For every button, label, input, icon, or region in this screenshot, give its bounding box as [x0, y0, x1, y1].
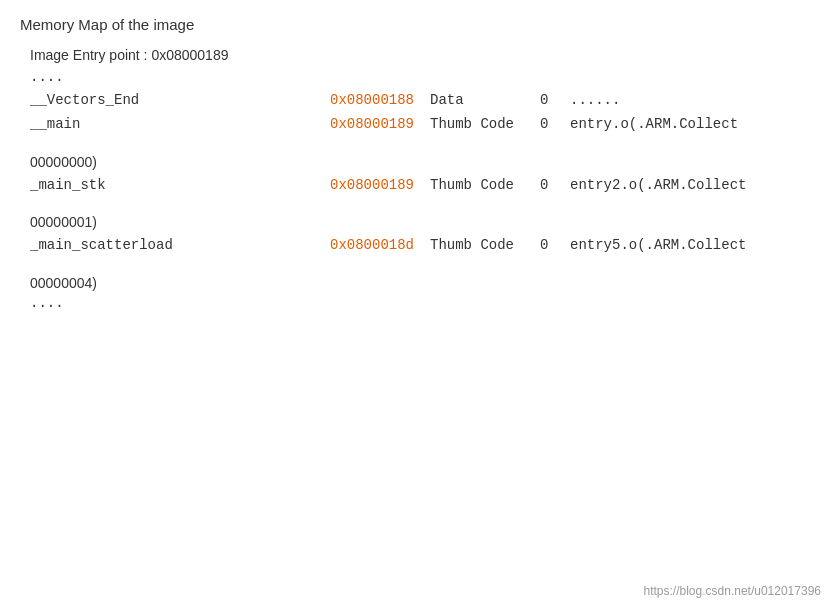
main-container: Memory Map of the image Image Entry poin…	[0, 0, 831, 331]
watermark: https://blog.csdn.net/u012017396	[644, 584, 821, 598]
symbol-name-main-scatterload: _main_scatterload	[30, 234, 330, 256]
symbol-row-main-scatterload: _main_scatterload 0x0800018d Thumb Code …	[20, 234, 811, 256]
module-main-stk: entry2.o(.ARM.Collect	[570, 174, 746, 196]
module-main: entry.o(.ARM.Collect	[570, 113, 738, 135]
address-main-scatterload: 0x0800018d	[330, 234, 430, 256]
section-label-3: 00000004)	[20, 275, 811, 291]
module-vectors-end: ......	[570, 89, 620, 111]
size-vectors-end: 0	[540, 89, 570, 111]
page-title: Memory Map of the image	[20, 16, 811, 33]
size-main: 0	[540, 113, 570, 135]
size-main-scatterload: 0	[540, 234, 570, 256]
type-vectors-end: Data	[430, 89, 540, 111]
entry-point: Image Entry point : 0x08000189	[20, 47, 811, 63]
dots-2: ....	[20, 295, 811, 311]
address-vectors-end: 0x08000188	[330, 89, 430, 111]
type-main-scatterload: Thumb Code	[430, 234, 540, 256]
module-main-scatterload: entry5.o(.ARM.Collect	[570, 234, 746, 256]
symbol-row-vectors-end: __Vectors_End 0x08000188 Data 0 ......	[20, 89, 811, 111]
symbol-group-1: __Vectors_End 0x08000188 Data 0 ...... _…	[20, 89, 811, 136]
type-main-stk: Thumb Code	[430, 174, 540, 196]
type-main: Thumb Code	[430, 113, 540, 135]
symbol-group-2: _main_stk 0x08000189 Thumb Code 0 entry2…	[20, 174, 811, 196]
symbol-name-main-stk: _main_stk	[30, 174, 330, 196]
symbol-name-vectors-end: __Vectors_End	[30, 89, 330, 111]
section-label-2: 00000001)	[20, 214, 811, 230]
address-main-stk: 0x08000189	[330, 174, 430, 196]
symbol-row-main-stk: _main_stk 0x08000189 Thumb Code 0 entry2…	[20, 174, 811, 196]
section-label-1: 00000000)	[20, 154, 811, 170]
symbol-name-main: __main	[30, 113, 330, 135]
address-main: 0x08000189	[330, 113, 430, 135]
symbol-row-main: __main 0x08000189 Thumb Code 0 entry.o(.…	[20, 113, 811, 135]
size-main-stk: 0	[540, 174, 570, 196]
dots-1: ....	[20, 69, 811, 85]
symbol-group-3: _main_scatterload 0x0800018d Thumb Code …	[20, 234, 811, 256]
